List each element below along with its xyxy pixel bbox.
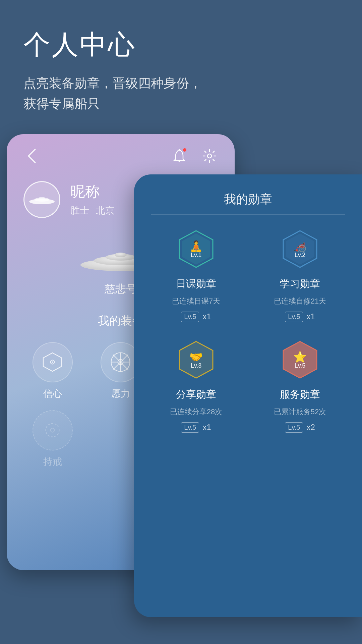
right-card: 我的勋章 🧘 Lv.1 日课勋章 已连续日课7天 L (134, 174, 362, 617)
chijie-label: 持戒 (43, 455, 62, 468)
study-lv-badge: Lv.5 (285, 312, 303, 322)
daily-reward-count: x1 (202, 312, 211, 321)
header-section: 个人中心 点亮装备勋章，晋级四种身份， 获得专属船只 (0, 0, 362, 134)
badge-study[interactable]: 🦽 Lv.2 学习勋章 已连续自修21天 Lv.5 x1 (255, 228, 345, 322)
left-card-header (7, 134, 235, 174)
svg-point-1 (207, 154, 212, 158)
service-desc: 已累计服务52次 (274, 407, 326, 417)
notification-dot (183, 148, 186, 152)
daily-icon: 🧘 (189, 241, 203, 252)
study-icon: 🦽 (293, 241, 307, 252)
badge-share[interactable]: 🤝 Lv.3 分享勋章 已连续分享28次 Lv.5 x1 (151, 339, 241, 433)
page-title: 个人中心 (23, 27, 339, 63)
share-lv-badge: Lv.5 (181, 422, 199, 433)
chijie-icon (33, 410, 73, 450)
svg-point-23 (51, 428, 55, 432)
badge-daily-hex: 🧘 Lv.1 (174, 228, 218, 272)
daily-name: 日课勋章 (176, 277, 216, 291)
divider (151, 214, 345, 215)
badge-service-hex: ⭐ Lv.5 (278, 339, 322, 382)
study-name: 学习勋章 (280, 277, 320, 291)
page-subtitle: 点亮装备勋章，晋级四种身份， 获得专属船只 (23, 73, 339, 114)
tag-rank: 胜士 (70, 204, 89, 217)
share-level: Lv.3 (191, 362, 202, 369)
equipment-item-xinxin[interactable]: 信心 (23, 342, 81, 400)
nickname: 昵称 (70, 182, 115, 202)
profile-info: 昵称 胜士 北京 (70, 182, 115, 217)
badge-study-hex: 🦽 Lv.2 (278, 228, 322, 272)
share-icon: 🤝 (189, 352, 203, 362)
svg-point-22 (46, 424, 59, 437)
settings-button[interactable] (201, 148, 218, 164)
share-reward: Lv.5 x1 (181, 422, 211, 433)
service-icon: ⭐ (293, 352, 307, 362)
svg-point-8 (115, 253, 127, 257)
service-name: 服务勋章 (280, 388, 320, 401)
badges-grid: 🧘 Lv.1 日课勋章 已连续日课7天 Lv.5 x1 (151, 228, 345, 433)
service-lv-badge: Lv.5 (285, 422, 303, 433)
badge-section-title: 我的勋章 (151, 191, 345, 208)
cards-area: 昵称 胜士 北京 (0, 134, 362, 624)
study-reward: Lv.5 x1 (285, 312, 315, 322)
daily-desc: 已连续日课7天 (172, 296, 220, 306)
back-button[interactable] (23, 148, 40, 164)
daily-reward: Lv.5 x1 (181, 312, 211, 322)
notification-button[interactable] (171, 148, 188, 164)
daily-lv-badge: Lv.5 (181, 312, 199, 322)
svg-point-4 (39, 197, 45, 200)
badge-daily[interactable]: 🧘 Lv.1 日课勋章 已连续日课7天 Lv.5 x1 (151, 228, 241, 322)
service-reward-count: x2 (306, 423, 315, 432)
subtitle-line2: 获得专属船只 (23, 97, 100, 111)
study-level: Lv.2 (295, 252, 306, 259)
badge-service[interactable]: ⭐ Lv.5 服务勋章 已累计服务52次 Lv.5 x2 (255, 339, 345, 433)
profile-tags: 胜士 北京 (70, 204, 115, 217)
header-icons (171, 148, 218, 164)
service-reward: Lv.5 x2 (285, 422, 315, 433)
study-reward-count: x1 (306, 312, 315, 321)
share-name: 分享勋章 (176, 388, 216, 401)
avatar (23, 181, 60, 218)
share-reward-count: x1 (202, 423, 211, 432)
badge-share-hex: 🤝 Lv.3 (174, 339, 218, 382)
boat-name: 慈悲号 (105, 282, 137, 297)
yuanli-label: 愿力 (111, 387, 130, 400)
share-desc: 已连续分享28次 (170, 407, 222, 417)
xinxin-label: 信心 (43, 387, 62, 400)
daily-level: Lv.1 (191, 252, 202, 259)
xinxin-icon (33, 342, 73, 382)
tag-location: 北京 (96, 204, 115, 217)
service-level: Lv.5 (295, 362, 306, 369)
equipment-item-chijie[interactable]: 持戒 (23, 410, 81, 468)
study-desc: 已连续自修21天 (274, 296, 326, 306)
subtitle-line1: 点亮装备勋章，晋级四种身份， (23, 76, 202, 90)
svg-point-11 (52, 362, 53, 363)
